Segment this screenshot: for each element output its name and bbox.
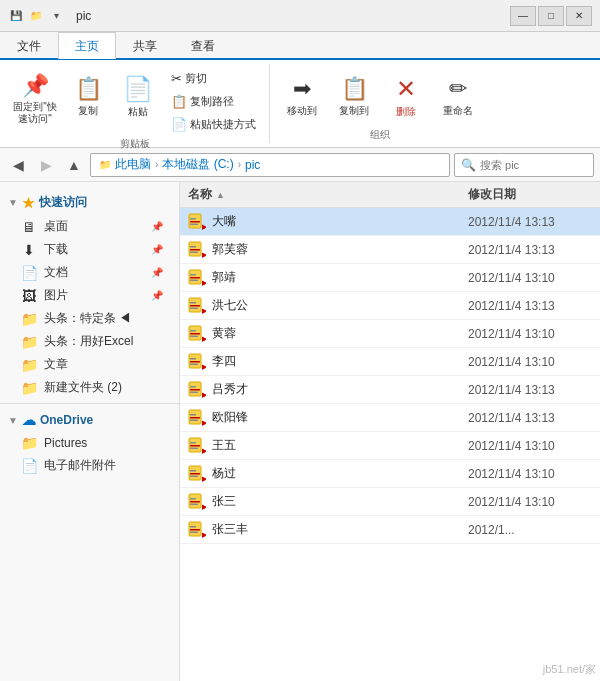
sidebar-item-articles[interactable]: 📁 文章	[0, 353, 179, 376]
file-row[interactable]: ▶ 李四 2012/11/4 13:10	[180, 348, 600, 376]
sidebar: ▼ ★ 快速访问 🖥 桌面 📌 ⬇ 下载 📌 📄 文档 📌 🖼 图片 📌 📁 头…	[0, 182, 180, 681]
rename-button[interactable]: ✏ 重命名	[434, 68, 482, 126]
organize-label: 组织	[370, 126, 390, 144]
paste-button[interactable]: 📄 粘贴	[114, 68, 162, 126]
svg-rect-53	[190, 503, 198, 505]
svg-text:▶: ▶	[202, 531, 206, 538]
ribbon-body: 📌 固定到"快速访问" 📋 复制 📄 粘贴 ✂ 剪切 📋	[0, 60, 600, 148]
minimize-button[interactable]: —	[510, 6, 536, 26]
file-row[interactable]: ▶ 大嘴 2012/11/4 13:13	[180, 208, 600, 236]
copy-icon: 📋	[75, 76, 102, 102]
sidebar-item-newfolder[interactable]: 📁 新建文件夹 (2)	[0, 376, 179, 399]
path-local-disk[interactable]: 本地磁盘 (C:)	[162, 156, 233, 173]
file-icon: ▶	[188, 325, 206, 343]
cut-button[interactable]: ✂ 剪切	[166, 68, 261, 89]
tab-share[interactable]: 共享	[116, 32, 174, 59]
paste-shortcut-button[interactable]: 📄 粘贴快捷方式	[166, 114, 261, 135]
svg-rect-28	[190, 363, 198, 365]
path-this-pc[interactable]: 此电脑	[115, 156, 151, 173]
tab-view[interactable]: 查看	[174, 32, 232, 59]
svg-rect-21	[190, 333, 200, 335]
pin-icon: 📌	[22, 73, 49, 99]
file-date-cell: 2012/11/4 13:13	[460, 383, 600, 397]
search-box[interactable]: 🔍	[454, 153, 594, 177]
file-name-text: 张三	[212, 493, 236, 510]
tab-file[interactable]: 文件	[0, 32, 58, 59]
ribbon-tabs: 文件 主页 共享 查看	[0, 32, 600, 60]
svg-rect-42	[190, 442, 196, 444]
tab-home[interactable]: 主页	[58, 32, 116, 59]
onedrive-chevron: ▼	[8, 415, 18, 426]
sidebar-item-pictures[interactable]: 🖼 图片 📌	[0, 284, 179, 307]
svg-text:▶: ▶	[202, 307, 206, 314]
delete-button[interactable]: ✕ 删除	[382, 68, 430, 126]
file-row[interactable]: ▶ 王五 2012/11/4 13:10	[180, 432, 600, 460]
file-icon: ▶	[188, 269, 206, 287]
organize-buttons: ➡ 移动到 📋 复制到 ✕ 删除 ✏ 重命名	[278, 64, 482, 126]
file-icon: ▶	[188, 465, 206, 483]
svg-rect-52	[190, 498, 196, 500]
file-row[interactable]: ▶ 吕秀才 2012/11/4 13:13	[180, 376, 600, 404]
svg-text:▶: ▶	[202, 251, 206, 258]
file-row[interactable]: ▶ 欧阳锋 2012/11/4 13:13	[180, 404, 600, 432]
back-button[interactable]: ◀	[6, 153, 30, 177]
sidebar-item-documents[interactable]: 📄 文档 📌	[0, 261, 179, 284]
file-date-cell: 2012/11/4 13:10	[460, 467, 600, 481]
copy-to-button[interactable]: 📋 复制到	[330, 68, 378, 126]
file-date-cell: 2012/11/4 13:13	[460, 243, 600, 257]
file-row[interactable]: ▶ 洪七公 2012/11/4 13:13	[180, 292, 600, 320]
pin-indicator-4: 📌	[151, 290, 163, 301]
forward-button[interactable]: ▶	[34, 153, 58, 177]
path-folder-icon: 📁	[99, 159, 111, 170]
svg-rect-57	[190, 526, 196, 528]
svg-rect-17	[190, 302, 196, 304]
file-row[interactable]: ▶ 郭靖 2012/11/4 13:10	[180, 264, 600, 292]
svg-rect-37	[190, 414, 196, 416]
sidebar-divider	[0, 403, 179, 404]
path-pic[interactable]: pic	[245, 158, 260, 172]
file-row[interactable]: ▶ 郭芙蓉 2012/11/4 13:13	[180, 236, 600, 264]
svg-text:▶: ▶	[202, 447, 206, 454]
file-row[interactable]: ▶ 张三 2012/11/4 13:10	[180, 488, 600, 516]
file-name-cell: ▶ 杨过	[180, 465, 460, 483]
search-input[interactable]	[480, 159, 587, 171]
move-to-button[interactable]: ➡ 移动到	[278, 68, 326, 126]
svg-rect-3	[190, 223, 198, 225]
copy-to-icon: 📋	[341, 76, 368, 102]
copy-button[interactable]: 📋 复制	[64, 68, 112, 126]
file-name-cell: ▶ 大嘴	[180, 213, 460, 231]
svg-text:▶: ▶	[202, 419, 206, 426]
file-date-cell: 2012/11/4 13:10	[460, 327, 600, 341]
svg-rect-47	[190, 470, 196, 472]
up-button[interactable]: ▲	[62, 153, 86, 177]
svg-rect-48	[190, 475, 198, 477]
maximize-button[interactable]: □	[538, 6, 564, 26]
pictures-icon: 🖼	[20, 288, 38, 304]
sidebar-item-desktop[interactable]: 🖥 桌面 📌	[0, 215, 179, 238]
svg-rect-6	[190, 249, 200, 251]
file-name-text: 张三丰	[212, 521, 248, 538]
file-row[interactable]: ▶ 杨过 2012/11/4 13:10	[180, 460, 600, 488]
dropdown-icon[interactable]: ▾	[48, 8, 64, 24]
sidebar-item-download[interactable]: ⬇ 下载 📌	[0, 238, 179, 261]
svg-rect-13	[190, 279, 198, 281]
address-path[interactable]: 📁 此电脑 › 本地磁盘 (C:) › pic	[90, 153, 450, 177]
sidebar-item-pictures-od[interactable]: 📁 Pictures	[0, 432, 179, 454]
svg-rect-41	[190, 445, 200, 447]
sidebar-item-toutiao1[interactable]: 📁 头条：特定条 ◀	[0, 307, 179, 330]
file-row[interactable]: ▶ 黄蓉 2012/11/4 13:10	[180, 320, 600, 348]
sidebar-item-email-attach[interactable]: 📄 电子邮件附件	[0, 454, 179, 477]
quick-access-title[interactable]: ▼ ★ 快速访问	[0, 190, 179, 215]
delete-icon: ✕	[396, 75, 416, 103]
quick-access-chevron: ▼	[8, 197, 18, 208]
copy-path-button[interactable]: 📋 复制路径	[166, 91, 261, 112]
sidebar-item-toutiao2[interactable]: 📁 头条：用好Excel	[0, 330, 179, 353]
close-button[interactable]: ✕	[566, 6, 592, 26]
folder-icon: 📁	[28, 8, 44, 24]
file-row[interactable]: ▶ 张三丰 2012/1...	[180, 516, 600, 544]
file-name-cell: ▶ 张三	[180, 493, 460, 511]
onedrive-title[interactable]: ▼ ☁ OneDrive	[0, 408, 179, 432]
header-name[interactable]: 名称 ▲	[180, 186, 460, 203]
header-date[interactable]: 修改日期	[460, 186, 600, 203]
pin-button[interactable]: 📌 固定到"快速访问"	[8, 68, 62, 130]
